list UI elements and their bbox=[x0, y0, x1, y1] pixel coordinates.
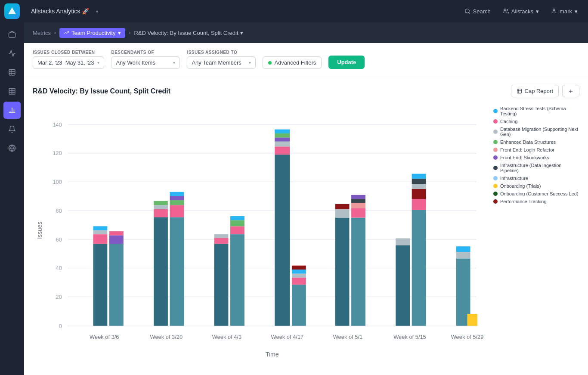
app-dropdown-arrow[interactable]: ▾ bbox=[96, 9, 98, 14]
filter-assigned-value: Any Team Members bbox=[192, 59, 241, 66]
legend-dot-onboarding-cs bbox=[493, 192, 498, 196]
bar-306-2 bbox=[93, 234, 108, 244]
bar-403-1 bbox=[214, 244, 229, 326]
filter-assigned-arrow: ▾ bbox=[249, 60, 251, 65]
sidebar-item-bar-chart[interactable] bbox=[3, 102, 21, 119]
bar-501-4 bbox=[351, 218, 365, 326]
app-logo[interactable] bbox=[4, 3, 20, 19]
bar-501-8 bbox=[351, 195, 365, 199]
bar-515-5 bbox=[412, 189, 426, 199]
sidebar-item-globe[interactable] bbox=[3, 139, 21, 157]
update-button[interactable]: Update bbox=[328, 56, 365, 69]
main-content: Allstacks Analytics 🚀 ▾ Search Allstacks… bbox=[24, 0, 588, 375]
svg-text:Week of 4/3: Week of 4/3 bbox=[212, 334, 241, 340]
legend-label-data-structures: Enhanced Data Structures bbox=[500, 139, 556, 145]
filter-date-select[interactable]: Mar 2, '23–May 31, '23 ▾ bbox=[33, 56, 104, 69]
bar-306-5 bbox=[109, 244, 124, 326]
sidebar bbox=[0, 0, 24, 375]
bar-417-s4 bbox=[292, 270, 306, 273]
advanced-filters-button[interactable]: Advanced Filters bbox=[263, 56, 322, 69]
bar-306-6 bbox=[109, 236, 124, 244]
filter-descendants-label: DESCENDANTS OF bbox=[111, 50, 180, 55]
team-productivity-arrow: ▾ bbox=[118, 30, 121, 36]
sidebar-item-chart-line[interactable] bbox=[3, 45, 21, 62]
legend-label-caching: Caching bbox=[500, 119, 517, 124]
bar-501-3 bbox=[335, 204, 350, 209]
bar-515-3 bbox=[412, 210, 426, 326]
cap-report-button[interactable]: Cap Report bbox=[511, 85, 559, 97]
user-menu[interactable]: mark ▾ bbox=[548, 6, 581, 16]
filter-date-arrow: ▾ bbox=[97, 60, 99, 65]
bar-403-2 bbox=[214, 238, 229, 244]
filter-descendants-arrow: ▾ bbox=[173, 60, 175, 65]
bar-306-7 bbox=[109, 231, 124, 235]
svg-point-19 bbox=[504, 9, 506, 11]
bar-501-2 bbox=[335, 209, 350, 218]
bar-320-8 bbox=[170, 196, 184, 200]
legend-label-perf-tracking: Performance Tracking bbox=[500, 199, 547, 204]
bar-417-1 bbox=[275, 155, 290, 326]
breadcrumb-metrics[interactable]: Metrics bbox=[33, 30, 51, 36]
breadcrumb-sep-2: › bbox=[129, 30, 130, 36]
breadcrumb-team-productivity[interactable]: Team Productivity ▾ bbox=[59, 28, 126, 38]
trending-up-icon bbox=[64, 30, 69, 35]
chart-plot-area: 0 20 40 60 80 100 120 140 Issues bbox=[33, 104, 486, 366]
bar-501-5 bbox=[351, 208, 365, 217]
bar-320-2 bbox=[154, 209, 168, 217]
app-title: Allstacks Analytics 🚀 bbox=[31, 8, 89, 15]
plus-icon bbox=[568, 88, 574, 94]
svg-rect-21 bbox=[517, 89, 521, 93]
svg-rect-2 bbox=[9, 69, 15, 75]
bar-320-9 bbox=[170, 192, 184, 196]
search-label: Search bbox=[473, 8, 491, 15]
svg-text:120: 120 bbox=[53, 150, 62, 156]
bar-403-3 bbox=[214, 234, 229, 238]
legend-dot-backend bbox=[493, 109, 498, 113]
legend-label-infra-pipeline: Infrastructure (Data Ingestion Pipeline) bbox=[500, 163, 579, 173]
bar-403-5 bbox=[230, 226, 244, 234]
user-dropdown-arrow: ▾ bbox=[575, 8, 578, 15]
bar-515-4 bbox=[412, 199, 426, 210]
svg-text:40: 40 bbox=[56, 265, 62, 271]
chart-add-button[interactable] bbox=[562, 85, 579, 97]
org-selector[interactable]: Allstacks ▾ bbox=[499, 6, 542, 16]
topbar: Allstacks Analytics 🚀 ▾ Search Allstacks… bbox=[24, 0, 588, 22]
bar-320-3 bbox=[154, 205, 168, 209]
chart-legend: Backend Stress Tests (Schema Testing) Ca… bbox=[493, 104, 579, 366]
legend-label-backend: Backend Stress Tests (Schema Testing) bbox=[500, 106, 579, 116]
svg-point-20 bbox=[553, 9, 555, 11]
bar-320-1 bbox=[154, 217, 168, 326]
filter-bar: ISSUES CLOSED BETWEEN Mar 2, '23–May 31,… bbox=[24, 43, 588, 76]
sidebar-item-building[interactable] bbox=[3, 83, 21, 100]
search-button[interactable]: Search bbox=[461, 6, 494, 16]
svg-text:140: 140 bbox=[53, 121, 62, 128]
bar-chart-svg: 0 20 40 60 80 100 120 140 Issues bbox=[33, 104, 486, 366]
bar-417-4 bbox=[275, 137, 290, 141]
svg-rect-1 bbox=[9, 33, 15, 37]
breadcrumb-bar: Metrics › Team Productivity ▾ › R&D Velo… bbox=[24, 22, 588, 43]
svg-rect-6 bbox=[9, 88, 15, 94]
breadcrumb-current-page[interactable]: R&D Velocity: By Issue Count, Split Cred… bbox=[134, 30, 243, 36]
filter-assigned-select[interactable]: Any Team Members ▾ bbox=[187, 56, 256, 69]
svg-text:0: 0 bbox=[59, 323, 62, 329]
filter-descendants-group: DESCENDANTS OF Any Work Items ▾ bbox=[111, 50, 180, 69]
bar-515-7 bbox=[412, 179, 426, 184]
svg-text:Time: Time bbox=[266, 351, 279, 358]
legend-dot-skunkworks bbox=[493, 155, 498, 160]
bar-320-6 bbox=[170, 205, 184, 217]
legend-item-data-structures: Enhanced Data Structures bbox=[493, 139, 579, 145]
sidebar-item-table[interactable] bbox=[3, 64, 21, 81]
bar-529-3 bbox=[456, 246, 470, 252]
sidebar-item-briefcase[interactable] bbox=[3, 26, 21, 43]
bar-417-s1 bbox=[292, 285, 306, 326]
filter-descendants-select[interactable]: Any Work Items ▾ bbox=[111, 56, 180, 69]
bar-417-2 bbox=[275, 146, 290, 155]
bar-403-7 bbox=[230, 216, 244, 220]
bar-501-7 bbox=[351, 199, 365, 203]
legend-item-onboarding-cs: Onboarding (Customer Success Led) bbox=[493, 191, 579, 196]
current-page-label: R&D Velocity: By Issue Count, Split Cred… bbox=[134, 30, 238, 36]
user-icon bbox=[551, 8, 557, 14]
sidebar-item-bell[interactable] bbox=[3, 121, 21, 138]
chart-body: 0 20 40 60 80 100 120 140 Issues bbox=[33, 104, 579, 366]
bar-417-s5 bbox=[292, 266, 306, 270]
